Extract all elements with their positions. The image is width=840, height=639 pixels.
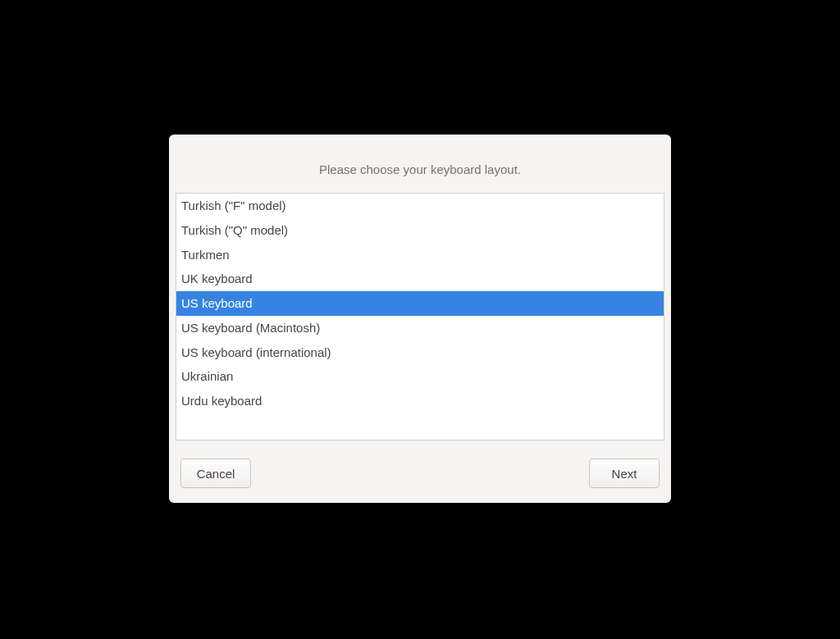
cancel-button[interactable]: Cancel: [180, 459, 251, 488]
keyboard-layout-option[interactable]: US keyboard (Macintosh): [176, 316, 664, 340]
keyboard-layout-option[interactable]: US keyboard: [176, 291, 664, 316]
keyboard-layout-option[interactable]: Urdu keyboard: [176, 389, 664, 413]
keyboard-layout-option[interactable]: Turkish ("Q" model): [176, 218, 664, 243]
keyboard-layout-list[interactable]: Turkish ("F" model)Turkish ("Q" model)Tu…: [176, 193, 664, 440]
next-button[interactable]: Next: [589, 459, 660, 488]
keyboard-layout-option[interactable]: Turkish ("F" model): [176, 194, 664, 218]
keyboard-layout-option[interactable]: Turkmen: [176, 243, 664, 267]
keyboard-layout-option[interactable]: Ukrainian: [176, 364, 664, 389]
keyboard-layout-option[interactable]: US keyboard (international): [176, 340, 664, 365]
dialog-header: Please choose your keyboard layout.: [169, 135, 671, 193]
keyboard-layout-dialog: Please choose your keyboard layout. Turk…: [169, 135, 671, 503]
listbox-wrap: Turkish ("F" model)Turkish ("Q" model)Tu…: [169, 193, 671, 440]
keyboard-layout-option[interactable]: UK keyboard: [176, 267, 664, 291]
button-bar: Cancel Next: [169, 440, 671, 503]
dialog-title: Please choose your keyboard layout.: [185, 162, 655, 176]
